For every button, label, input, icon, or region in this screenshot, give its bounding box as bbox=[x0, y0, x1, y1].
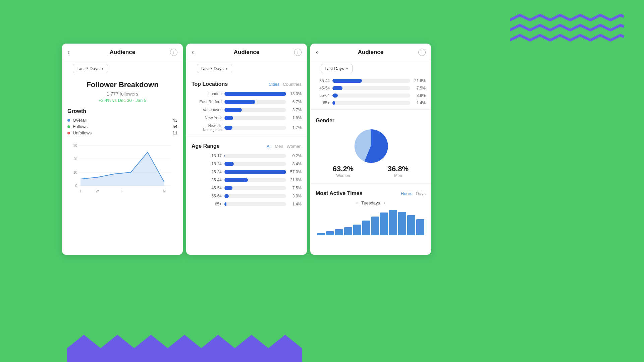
panel2-info-button[interactable]: i bbox=[294, 49, 302, 56]
divider1 bbox=[186, 136, 307, 136]
age65-label-p3: 65+ bbox=[316, 101, 330, 105]
hours-bars bbox=[316, 208, 426, 235]
legend-follows: Follows 54 bbox=[67, 124, 177, 129]
locations-section-header: Top Locations Cities Countries bbox=[186, 77, 307, 90]
location-newark: Newark, Nottingham 1.7% bbox=[186, 122, 307, 133]
hour-bar-6 bbox=[362, 221, 370, 235]
locations-list: London 13.3% East Retford 6.7% Vancouver… bbox=[186, 90, 307, 133]
gender-chart: 63.2% Women 36.8% Men bbox=[316, 128, 426, 178]
hour-bar-5 bbox=[353, 225, 361, 235]
newark-fill bbox=[224, 126, 232, 130]
vancouver-fill bbox=[224, 108, 242, 112]
countries-toggle[interactable]: Countries bbox=[283, 82, 302, 87]
age65-label-p2: 65+ bbox=[192, 202, 222, 206]
pie-chart-svg bbox=[352, 128, 389, 165]
age65-fill-p3 bbox=[332, 101, 335, 105]
panel1-title: Audience bbox=[110, 49, 136, 56]
panel1-back-button[interactable]: ‹ bbox=[67, 48, 70, 57]
age45-track-p3 bbox=[332, 86, 410, 90]
newyork-label: New York bbox=[192, 116, 222, 120]
age18-value: 8.4% bbox=[289, 162, 302, 166]
age-65-p3: 65+ 1.4% bbox=[310, 99, 431, 107]
panel3-title: Audience bbox=[358, 49, 384, 56]
women-toggle[interactable]: Women bbox=[286, 144, 302, 149]
age45-label-p2: 45-54 bbox=[192, 186, 222, 190]
hour-bar-8 bbox=[380, 213, 388, 235]
svg-text:F: F bbox=[121, 189, 123, 193]
hour-bar-2 bbox=[326, 231, 334, 235]
panel3-info-button[interactable]: i bbox=[418, 49, 426, 56]
men-toggle[interactable]: Men bbox=[275, 144, 283, 149]
age25-fill bbox=[224, 170, 286, 174]
svg-text:20: 20 bbox=[73, 157, 77, 161]
vancouver-label: Vancouver bbox=[192, 108, 222, 112]
women-percent: 63.2% bbox=[333, 165, 354, 173]
age35-track-p3 bbox=[332, 79, 410, 83]
age-section-header: Age Range All Men Women bbox=[186, 139, 307, 152]
panel2-back-button[interactable]: ‹ bbox=[192, 48, 194, 57]
newark-label: Newark, Nottingham bbox=[192, 124, 222, 132]
day-nav-day: Tuesdays bbox=[361, 200, 380, 205]
panel-locations: ‹ Audience i Last 7 Days ▼ Top Locations… bbox=[186, 44, 307, 255]
newark-value: 1.7% bbox=[289, 125, 302, 130]
hour-bar-9 bbox=[389, 210, 397, 235]
age13-fill bbox=[224, 154, 225, 158]
age45-value-p2: 7.5% bbox=[289, 186, 302, 190]
age25-track bbox=[224, 170, 286, 174]
panel1-info-button[interactable]: i bbox=[170, 49, 177, 56]
age45-label-p3: 45-54 bbox=[316, 86, 330, 90]
top-locations-title: Top Locations bbox=[192, 81, 228, 87]
panel-follower-breakdown: ‹ Audience i Last 7 Days ▼ Follower Brea… bbox=[62, 44, 183, 255]
day-nav-next[interactable]: › bbox=[383, 200, 385, 206]
hours-toggle[interactable]: Hours bbox=[401, 191, 413, 196]
age55-fill-p3 bbox=[332, 94, 338, 98]
age35-value-p2: 21.6% bbox=[289, 178, 302, 182]
age-55-64-p2: 55-64 3.9% bbox=[186, 192, 307, 200]
panel1-header: ‹ Audience i bbox=[62, 44, 183, 60]
women-stat: 63.2% Women bbox=[333, 165, 354, 178]
follows-dot bbox=[67, 125, 70, 128]
age13-track bbox=[224, 154, 286, 158]
active-times-title: Most Active Times bbox=[316, 190, 363, 196]
age-35-44-p2: 35-44 21.6% bbox=[186, 176, 307, 184]
age25-value: 57.0% bbox=[289, 170, 302, 174]
growth-title: Growth bbox=[67, 108, 177, 114]
svg-text:10: 10 bbox=[73, 171, 77, 174]
eastretford-track bbox=[224, 100, 286, 104]
panels-container: ‹ Audience i Last 7 Days ▼ Follower Brea… bbox=[62, 44, 431, 255]
day-nav-prev[interactable]: ‹ bbox=[356, 200, 358, 206]
overall-label: Overall bbox=[73, 118, 87, 123]
age65-fill-p2 bbox=[224, 202, 226, 206]
panel1-date-filter[interactable]: Last 7 Days ▼ bbox=[73, 64, 108, 73]
panel2-date-filter[interactable]: Last 7 Days ▼ bbox=[197, 64, 232, 73]
panel3-back-button[interactable]: ‹ bbox=[316, 48, 318, 57]
london-fill bbox=[224, 92, 286, 96]
hour-bar-3 bbox=[335, 229, 343, 235]
gender-section: Gender 63.2% Women 36.8% bbox=[310, 112, 431, 181]
eastretford-value: 6.7% bbox=[289, 100, 302, 104]
panel3-date-filter[interactable]: Last Days ▼ bbox=[321, 64, 353, 73]
age-range-title: Age Range bbox=[192, 143, 220, 149]
age55-label-p3: 55-64 bbox=[316, 93, 330, 98]
svg-marker-8 bbox=[80, 152, 164, 186]
age-45-54-p3: 45-54 7.5% bbox=[310, 84, 431, 92]
hour-bar-11 bbox=[407, 215, 415, 235]
age-18-24: 18-24 8.4% bbox=[186, 160, 307, 168]
all-toggle[interactable]: All bbox=[267, 144, 271, 149]
age-13-17: 13-17 0.2% bbox=[186, 152, 307, 160]
growth-legend: Overall 43 Follows 54 Unfollows 11 bbox=[67, 118, 177, 135]
location-newyork: New York 1.8% bbox=[186, 114, 307, 122]
hour-bar-4 bbox=[344, 227, 352, 235]
panel3-chevron-icon: ▼ bbox=[345, 67, 349, 70]
age-list: 13-17 0.2% 18-24 8.4% 25-34 57.0% bbox=[186, 152, 307, 208]
age35-label-p3: 35-44 bbox=[316, 78, 330, 83]
days-toggle[interactable]: Days bbox=[416, 191, 426, 196]
age13-value: 0.2% bbox=[289, 154, 302, 158]
location-london: London 13.3% bbox=[186, 90, 307, 98]
panel3-header: ‹ Audience i bbox=[310, 44, 431, 60]
age25-label: 25-34 bbox=[192, 170, 222, 174]
age18-fill bbox=[224, 162, 234, 166]
cities-toggle[interactable]: Cities bbox=[269, 82, 280, 87]
location-toggle: Cities Countries bbox=[269, 82, 302, 87]
age55-track-p2 bbox=[224, 194, 286, 198]
